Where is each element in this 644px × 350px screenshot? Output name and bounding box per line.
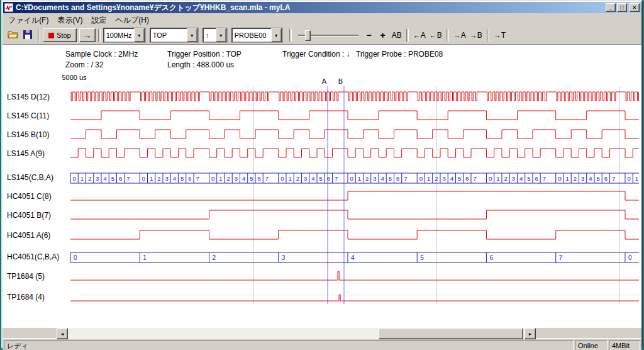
menu-view[interactable]: 表示(V)	[53, 14, 87, 27]
svg-text:2: 2	[435, 175, 438, 182]
goto-b-left-button[interactable]: ←B	[428, 28, 444, 42]
svg-text:2: 2	[504, 175, 507, 182]
svg-text:6: 6	[119, 175, 122, 182]
goto-b-right-button[interactable]: →B	[468, 28, 484, 42]
horizontal-scrollbar[interactable]: ◄ ►	[57, 328, 536, 338]
svg-text:4: 4	[103, 175, 106, 182]
toolbar-separator	[289, 29, 292, 42]
chevron-down-icon[interactable]: ▼	[216, 28, 226, 42]
scrollbar-thumb[interactable]	[379, 328, 524, 339]
goto-trigger-button[interactable]: →T	[492, 28, 508, 42]
svg-text:5000 us: 5000 us	[62, 74, 87, 81]
svg-text:1: 1	[80, 175, 84, 182]
svg-text:3: 3	[373, 175, 376, 182]
menu-file[interactable]: ファイル(F)	[4, 14, 53, 27]
svg-text:2: 2	[365, 175, 369, 182]
scroll-left-icon[interactable]: ◄	[57, 328, 68, 339]
chevron-down-icon[interactable]: ▼	[134, 28, 145, 42]
svg-text:6: 6	[257, 175, 260, 182]
menu-settings[interactable]: 設定	[87, 14, 111, 27]
svg-text:3: 3	[304, 175, 307, 182]
svg-text:6: 6	[188, 175, 191, 182]
svg-text:0: 0	[280, 175, 284, 182]
trigger-position-combo[interactable]: TOP ▼	[150, 28, 199, 43]
svg-text:0: 0	[627, 175, 630, 182]
ab-button[interactable]: AB	[390, 28, 404, 42]
client-area: Sample Clock : 2MHz Trigger Position : T…	[3, 45, 641, 328]
svg-text:5: 5	[111, 175, 114, 182]
goto-a-left-button[interactable]: ←A	[411, 28, 428, 42]
svg-text:3: 3	[96, 175, 99, 182]
zoom-in-button[interactable]: +	[376, 28, 390, 42]
svg-text:6: 6	[604, 175, 608, 182]
trigger-edge-combo[interactable]: ↑ ▼	[203, 28, 228, 43]
channel-label: HC4051 B(7)	[7, 211, 70, 220]
trigger-probe-combo[interactable]: PROBE00 ▼	[231, 28, 283, 43]
svg-text:4: 4	[311, 175, 314, 182]
open-file-button[interactable]	[5, 28, 20, 42]
svg-text:5: 5	[458, 175, 461, 182]
sample-clock-combo[interactable]: 100MHz ▼	[103, 28, 146, 43]
menu-help[interactable]: ヘルプ(H)	[111, 14, 153, 27]
trigger-condition-text: Trigger Condition : ↓	[282, 50, 350, 59]
svg-text:0: 0	[74, 254, 77, 261]
channel-label: LS145 D(12)	[7, 93, 70, 101]
run-button[interactable]: →	[79, 28, 96, 42]
close-button[interactable]: ×	[630, 3, 640, 12]
svg-text:4: 4	[519, 175, 523, 182]
status-message: レディ	[4, 340, 574, 350]
menubar: ファイル(F) 表示(V) 設定 ヘルプ(H)	[3, 14, 641, 26]
svg-text:4: 4	[589, 175, 592, 182]
channel-label: TP1684 (5)	[7, 272, 70, 281]
toolbar-separator	[406, 29, 409, 42]
waveform-panel: AB5000 us0123456701234567012345670123456…	[3, 72, 641, 328]
channel-label: LS145 B(10)	[7, 130, 70, 139]
svg-text:1: 1	[427, 175, 430, 182]
zoom-slider[interactable]	[298, 29, 358, 42]
floppy-icon	[23, 30, 32, 41]
goto-a-right-button[interactable]: →A	[452, 28, 468, 42]
app-icon	[4, 3, 13, 12]
channel-label: HC4051(C,B,A)	[7, 252, 70, 261]
svg-text:7: 7	[196, 175, 199, 182]
svg-text:A: A	[322, 77, 327, 85]
svg-text:1: 1	[288, 175, 291, 182]
toolbar-separator	[98, 29, 101, 42]
svg-text:0: 0	[558, 175, 561, 182]
channel-label: HC4051 C(8)	[7, 192, 70, 201]
svg-text:B: B	[338, 77, 343, 85]
channel-label: TP1684 (4)	[7, 293, 70, 302]
toolbar-separator	[447, 29, 449, 42]
svg-text:5: 5	[527, 175, 530, 182]
svg-text:5: 5	[389, 175, 392, 182]
scroll-right-icon[interactable]: ►	[525, 328, 536, 339]
waveform-canvas[interactable]: AB5000 us0123456701234567012345670123456…	[3, 72, 641, 313]
svg-text:2: 2	[226, 175, 230, 182]
svg-text:1: 1	[565, 175, 569, 182]
svg-text:4: 4	[450, 175, 453, 182]
svg-text:4: 4	[173, 175, 176, 182]
chevron-down-icon[interactable]: ▼	[271, 28, 282, 42]
svg-text:1: 1	[635, 175, 638, 182]
svg-text:3: 3	[165, 175, 168, 182]
svg-text:5: 5	[250, 175, 253, 182]
save-button[interactable]	[20, 28, 35, 42]
svg-text:7: 7	[265, 175, 269, 182]
svg-text:0: 0	[628, 254, 632, 261]
status-online: Online	[575, 340, 608, 350]
svg-text:6: 6	[535, 175, 538, 182]
svg-text:6: 6	[396, 175, 399, 182]
sample-clock-text: Sample Clock : 2MHz	[65, 50, 138, 59]
stop-button[interactable]: Stop	[43, 28, 77, 42]
maximize-button[interactable]: □	[617, 3, 627, 12]
length-text: Length : 488.000 us	[167, 60, 234, 69]
scrollbar-track[interactable]	[68, 328, 525, 338]
zoom-out-button[interactable]: −	[362, 28, 376, 42]
svg-text:0: 0	[142, 175, 145, 182]
stop-icon	[48, 33, 54, 38]
zoom-text: Zoom : / 32	[65, 60, 104, 69]
chevron-down-icon[interactable]: ▼	[187, 28, 197, 42]
status-memory: 4MBit	[609, 340, 640, 350]
minimize-button[interactable]: _	[606, 3, 616, 12]
slider-thumb[interactable]	[305, 30, 311, 41]
